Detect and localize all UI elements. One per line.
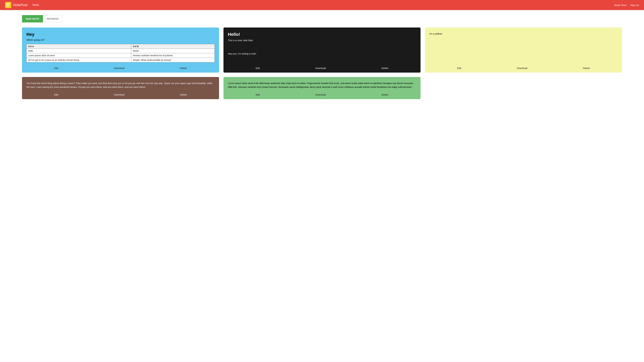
table-row: All I've got to do is pass as an ordinar… xyxy=(26,58,215,62)
svg-rect-4 xyxy=(6,6,8,7)
edit-button[interactable]: Edit xyxy=(256,67,260,70)
download-button[interactable]: Download xyxy=(316,67,326,70)
note-actions: EditDownloadDelete xyxy=(26,65,215,70)
table-header: Col B xyxy=(131,44,215,49)
note-table: Col ACol BHelloWorldLorem ipsum dolor si… xyxy=(26,44,215,62)
note-actions: EditDownloadDelete xyxy=(429,65,618,70)
edit-button[interactable]: Edit xyxy=(256,93,260,96)
table-cell: Simple. What could possibly go wrong? xyxy=(131,58,215,62)
download-button[interactable]: Download xyxy=(114,67,124,70)
notes-grid: HeyWhat's going on?Col ACol BHelloWorldL… xyxy=(22,28,622,99)
table-cell: World xyxy=(131,49,215,53)
delete-button[interactable]: Delete xyxy=(180,67,187,70)
svg-rect-3 xyxy=(6,5,10,6)
table-cell: Hello xyxy=(26,49,131,53)
note-body: Hey you, I'm writing a note! xyxy=(228,52,416,62)
note-title: Hello! xyxy=(228,32,416,37)
note-actions: EditDownloadDelete xyxy=(26,92,215,96)
refresh-button[interactable]: REFRESH xyxy=(43,15,62,22)
app-header: NotePost Notes Skylar Ittner Sign out xyxy=(0,0,644,10)
note-actions: EditDownloadDelete xyxy=(228,65,416,70)
signout-button[interactable]: Sign out xyxy=(630,4,639,6)
toolbar: NEW NOTE REFRESH xyxy=(22,15,622,22)
svg-rect-1 xyxy=(6,3,10,4)
table-row: HelloWorld xyxy=(26,49,215,53)
note-card-2: Hello!This is a note, blah blah.Hey you,… xyxy=(224,28,420,72)
delete-button[interactable]: Delete xyxy=(583,67,590,70)
edit-button[interactable]: Edit xyxy=(54,93,58,96)
edit-button[interactable]: Edit xyxy=(54,67,58,70)
note-body: This is a note, blah blah. xyxy=(228,38,416,49)
download-button[interactable]: Download xyxy=(517,67,528,70)
download-button[interactable]: Download xyxy=(114,93,124,96)
svg-rect-2 xyxy=(6,4,9,5)
table-row: Lorem ipsum dolor sit ametAenean molesti… xyxy=(26,53,215,58)
delete-button[interactable]: Delete xyxy=(180,93,187,96)
main-content: NEW NOTE REFRESH HeyWhat's going on?Col … xyxy=(0,10,644,104)
table-cell: All I've got to do is pass as an ordinar… xyxy=(26,58,131,62)
note-title: Hey xyxy=(26,32,215,37)
app-name: NotePost xyxy=(13,3,28,7)
table-cell: Aenean molestie hendrerit leo id pulvina… xyxy=(131,53,215,58)
note-card-5: Lorem ipsum dolor amet 8-bit offal banjo… xyxy=(224,77,420,99)
note-card-3: I'm a yellow!EditDownloadDelete xyxy=(425,28,622,72)
note-card-1: HeyWhat's going on?Col ACol BHelloWorldL… xyxy=(22,28,219,72)
svg-rect-0 xyxy=(5,2,11,8)
note-subtitle: What's going on? xyxy=(26,38,215,41)
nav-notes[interactable]: Notes xyxy=(32,4,39,6)
delete-button[interactable]: Delete xyxy=(382,67,388,70)
user-name: Skylar Ittner xyxy=(614,4,626,6)
table-cell: Lorem ipsum dolor sit amet xyxy=(26,53,131,58)
new-note-button[interactable]: NEW NOTE xyxy=(22,15,43,22)
note-body: You know the worst thing about being a s… xyxy=(26,82,215,89)
delete-button[interactable]: Delete xyxy=(382,93,388,96)
edit-button[interactable]: Edit xyxy=(457,67,461,70)
note-body: I'm a yellow! xyxy=(429,32,618,62)
table-header: Col A xyxy=(26,44,131,49)
note-card-4: You know the worst thing about being a s… xyxy=(22,77,219,99)
note-actions: EditDownloadDelete xyxy=(228,92,416,96)
app-logo xyxy=(5,2,11,8)
download-button[interactable]: Download xyxy=(316,93,326,96)
note-body: Lorem ipsum dolor amet 8-bit offal banjo… xyxy=(228,82,416,89)
